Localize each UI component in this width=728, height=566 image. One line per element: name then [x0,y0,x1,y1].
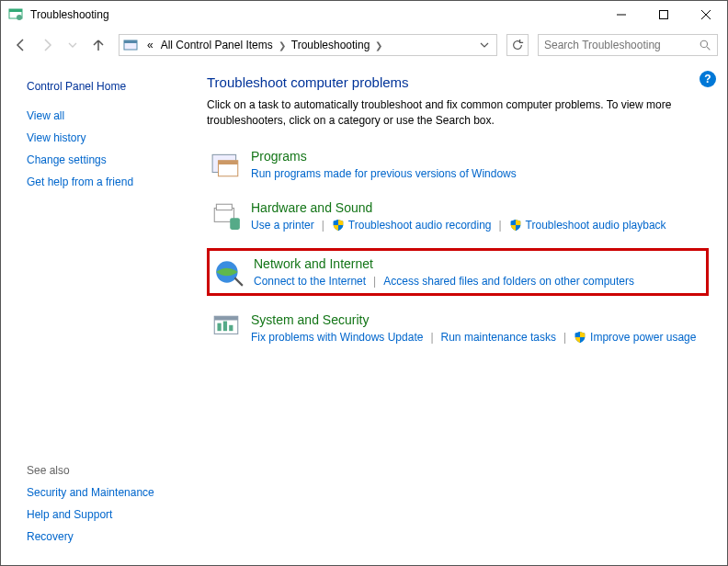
task-link[interactable]: Troubleshoot audio recording [332,219,492,232]
search-icon[interactable] [700,40,711,51]
category-body: Network and InternetConnect to the Inter… [254,256,702,288]
svg-rect-19 [214,316,238,320]
seealso-security-maintenance[interactable]: Security and Maintenance [27,486,172,499]
task-link-label: Run maintenance tasks [441,331,556,344]
shield-icon [509,219,522,232]
category-body: Hardware and SoundUse a printer|Troubles… [251,200,705,232]
chevron-right-icon[interactable]: ❯ [277,40,288,51]
category-icon [210,312,242,344]
category-icon [210,200,242,232]
close-button[interactable] [685,1,727,28]
task-link-label: Run programs made for previous versions … [251,167,517,180]
category-body: ProgramsRun programs made for previous v… [251,149,705,180]
task-link-label: Improve power usage [590,331,696,344]
see-also-section: See also Security and Maintenance Help a… [27,464,172,552]
task-link[interactable]: Use a printer [251,219,314,232]
titlebar: Troubleshooting [1,1,727,28]
page-description: Click on a task to automatically trouble… [207,97,685,129]
category-system-and-security: System and SecurityFix problems with Win… [207,309,709,347]
shield-icon [332,219,345,232]
see-also-label: See also [27,464,172,477]
svg-rect-1 [9,9,22,12]
minimize-button[interactable] [600,1,643,28]
seealso-recovery[interactable]: Recovery [27,530,172,543]
breadcrumb-sep: « [143,39,157,51]
category-hardware-and-sound: Hardware and SoundUse a printer|Troubles… [207,197,709,235]
back-button[interactable] [10,34,32,56]
chevron-right-icon[interactable]: ❯ [373,40,384,51]
recent-dropdown[interactable] [62,34,84,56]
task-link[interactable]: Fix problems with Windows Update [251,331,423,344]
address-bar[interactable]: « All Control Panel Items ❯ Troubleshoot… [119,34,497,56]
content: Control Panel Home View all View history… [1,62,727,565]
task-link[interactable]: Improve power usage [574,331,696,344]
divider: | [430,331,433,344]
svg-line-10 [707,47,710,50]
category-title[interactable]: Network and Internet [254,256,702,271]
task-link-label: Troubleshoot audio recording [348,219,492,232]
page-heading: Troubleshoot computer problems [207,74,709,90]
search-input[interactable] [544,39,700,51]
address-dropdown[interactable] [476,40,493,50]
help-icon[interactable]: ? [700,71,716,87]
refresh-button[interactable] [506,34,529,56]
category-programs: ProgramsRun programs made for previous v… [207,145,709,184]
seealso-help-support[interactable]: Help and Support [27,508,172,521]
sidebar-link-view-all[interactable]: View all [27,109,172,122]
category-body: System and SecurityFix problems with Win… [251,312,705,344]
category-title[interactable]: System and Security [251,312,705,327]
main-panel: ? Troubleshoot computer problems Click o… [185,62,727,565]
category-links: Run programs made for previous versions … [251,167,705,180]
category-title[interactable]: Programs [251,149,705,164]
sidebar-link-get-help[interactable]: Get help from a friend [27,175,172,188]
svg-rect-22 [229,324,233,330]
category-icon [213,256,245,288]
category-network-and-internet: Network and InternetConnect to the Inter… [207,248,709,296]
task-link-label: Use a printer [251,219,314,232]
task-link[interactable]: Run programs made for previous versions … [251,167,517,180]
control-panel-home-link[interactable]: Control Panel Home [27,80,172,93]
task-link-label: Connect to the Internet [254,275,366,288]
svg-rect-15 [216,204,232,209]
address-icon [123,38,138,52]
task-link[interactable]: Connect to the Internet [254,275,366,288]
svg-point-2 [17,15,22,20]
svg-rect-13 [219,160,238,164]
category-icon [210,149,242,180]
svg-rect-21 [223,321,227,331]
category-links: Connect to the Internet|Access shared fi… [254,275,702,288]
svg-rect-4 [660,11,668,19]
sidebar-link-view-history[interactable]: View history [27,131,172,144]
task-link-label: Troubleshoot audio playback [526,219,666,232]
navbar: « All Control Panel Items ❯ Troubleshoot… [1,28,727,62]
breadcrumb-item-1[interactable]: All Control Panel Items [157,39,277,51]
forward-button[interactable] [36,34,58,56]
search-box[interactable] [538,34,718,56]
svg-rect-16 [230,218,240,230]
task-link[interactable]: Troubleshoot audio playback [509,219,666,232]
task-link[interactable]: Run maintenance tasks [441,331,556,344]
app-icon [8,7,23,22]
svg-point-9 [700,40,707,47]
shield-icon [574,331,586,344]
divider: | [322,219,324,232]
window-controls [600,1,727,28]
category-links: Fix problems with Windows Update|Run mai… [251,331,705,344]
breadcrumb-item-2[interactable]: Troubleshooting [288,39,374,51]
task-link-label: Access shared files and folders on other… [383,275,634,288]
maximize-button[interactable] [643,1,685,28]
category-links: Use a printer|Troubleshoot audio recordi… [251,219,705,232]
svg-rect-20 [217,323,221,331]
sidebar-link-change-settings[interactable]: Change settings [27,153,172,166]
divider: | [563,331,566,344]
window-title: Troubleshooting [30,8,109,21]
sidebar: Control Panel Home View all View history… [1,62,185,565]
svg-rect-8 [124,40,137,43]
divider: | [373,275,376,288]
task-link-label: Fix problems with Windows Update [251,331,423,344]
up-button[interactable] [87,34,109,56]
divider: | [498,219,501,232]
category-title[interactable]: Hardware and Sound [251,200,705,215]
task-link[interactable]: Access shared files and folders on other… [383,275,634,288]
